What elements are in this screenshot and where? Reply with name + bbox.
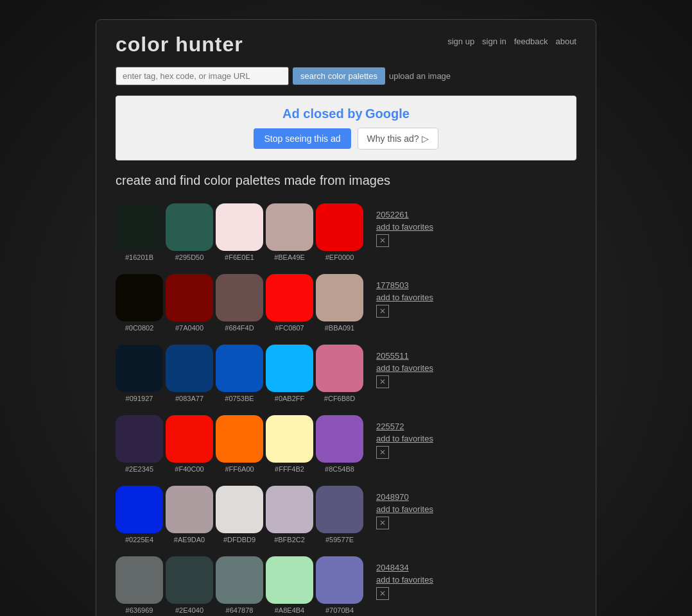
swatch-label: #091927 [126,395,153,402]
palette-row: #2E2345#F40C00#FF6A00#FFF4B2#8C54B822557… [116,415,576,473]
swatch-label: #59577E [325,536,354,543]
palette-image-icon[interactable]: ✕ [376,446,389,459]
swatch-label: #0225E4 [125,536,153,543]
color-swatch[interactable] [216,203,263,251]
color-swatch[interactable] [316,486,363,533]
stop-ad-button[interactable]: Stop seeing this ad [254,128,350,149]
ad-buttons: Stop seeing this ad Why this ad? ▷ [126,128,566,150]
color-swatch[interactable] [166,203,213,251]
swatch-wrap: #CF6B8D [316,345,363,402]
color-swatch[interactable] [166,556,213,604]
palette-id[interactable]: 2048434 [376,563,433,572]
color-swatch[interactable] [216,345,263,392]
swatch-label: #684F4D [225,324,254,332]
swatch-wrap: #0753BE [216,345,263,402]
swatch-label: #BBA091 [325,324,354,332]
ad-banner: Ad closed by Google Stop seeing this ad … [116,96,576,160]
palette-id[interactable]: 2052261 [376,210,433,219]
palette-id[interactable]: 2048970 [376,492,433,502]
color-swatch[interactable] [316,274,363,321]
color-swatch[interactable] [266,274,313,321]
color-swatch[interactable] [166,274,213,321]
color-swatch[interactable] [116,274,163,321]
swatch-wrap: #16201B [116,203,163,261]
palette-swatches: #0225E4#AE9DA0#DFDBD9#BFB2C2#59577E [116,486,363,543]
add-to-favorites-link[interactable]: add to favorites [376,363,433,373]
nav-signup[interactable]: sign up [447,37,474,46]
color-swatch[interactable] [166,415,213,463]
color-swatch[interactable] [266,415,313,463]
add-to-favorites-link[interactable]: add to favorites [376,222,433,232]
swatch-label: #AE9DA0 [174,536,205,543]
color-swatch[interactable] [166,486,213,533]
color-swatch[interactable] [116,486,163,533]
swatch-wrap: #091927 [116,345,163,402]
swatch-label: #8C54B8 [325,465,354,473]
swatch-wrap: #2E2345 [116,415,163,473]
swatch-label: #BFB2C2 [274,536,305,543]
why-ad-button[interactable]: Why this ad? ▷ [358,128,438,150]
swatch-wrap: #FFF4B2 [266,415,313,473]
nav-about[interactable]: about [555,37,576,46]
color-swatch[interactable] [216,556,263,604]
swatch-wrap: #A8E4B4 [266,556,313,614]
palette-meta: 2048434add to favorites✕ [376,556,433,600]
color-swatch[interactable] [116,556,163,604]
swatch-wrap: #FF6A00 [216,415,263,473]
swatch-label: #F6E0E1 [225,253,254,261]
swatch-wrap: #7070B4 [316,556,363,614]
palette-swatches: #0C0802#7A0400#684F4D#FC0807#BBA091 [116,274,363,332]
palette-id[interactable]: 225572 [376,422,433,431]
add-to-favorites-link[interactable]: add to favorites [376,434,433,443]
nav-signin[interactable]: sign in [482,37,506,46]
palette-image-icon[interactable]: ✕ [376,234,389,247]
swatch-label: #0753BE [225,395,254,402]
swatch-wrap: #0225E4 [116,486,163,543]
palette-image-icon[interactable]: ✕ [376,587,389,600]
swatch-label: #FC0807 [275,324,304,332]
palette-image-icon[interactable]: ✕ [376,305,389,318]
color-swatch[interactable] [116,345,163,392]
search-button[interactable]: search color palettes [293,67,385,85]
search-input[interactable] [116,67,289,85]
swatch-wrap: #EF0000 [316,203,363,261]
upload-link[interactable]: upload an image [389,71,451,81]
swatch-label: #7070B4 [325,606,354,614]
color-swatch[interactable] [316,345,363,392]
add-to-favorites-link[interactable]: add to favorites [376,575,433,585]
color-swatch[interactable] [266,203,313,251]
color-swatch[interactable] [216,274,263,321]
swatch-label: #295D50 [175,253,204,261]
color-swatch[interactable] [216,486,263,533]
swatch-label: #2E4040 [175,606,203,614]
swatch-wrap: #083A77 [166,345,213,402]
color-swatch[interactable] [266,556,313,604]
palette-id[interactable]: 2055511 [376,351,433,361]
color-swatch[interactable] [216,415,263,463]
color-swatch[interactable] [116,203,163,251]
swatch-label: #EF0000 [325,253,354,261]
swatch-wrap: #59577E [316,486,363,543]
color-swatch[interactable] [316,415,363,463]
swatch-label: #083A77 [175,395,203,402]
palette-meta: 2055511add to favorites✕ [376,345,433,388]
color-swatch[interactable] [116,415,163,463]
palette-row: #091927#083A77#0753BE#0AB2FF#CF6B8D20555… [116,345,576,402]
why-ad-label: Why this ad? [367,133,419,144]
palette-image-icon[interactable]: ✕ [376,375,389,388]
why-ad-icon: ▷ [422,133,429,144]
nav-feedback[interactable]: feedback [514,37,548,46]
swatch-label: #7A0400 [175,324,203,332]
add-to-favorites-link[interactable]: add to favorites [376,504,433,514]
palette-image-icon[interactable]: ✕ [376,517,389,529]
swatch-wrap: #684F4D [216,274,263,332]
color-swatch[interactable] [266,486,313,533]
swatch-label: #BEA49E [274,253,305,261]
add-to-favorites-link[interactable]: add to favorites [376,293,433,302]
page-headline: create and find color palettes made from… [116,173,576,188]
color-swatch[interactable] [166,345,213,392]
color-swatch[interactable] [316,556,363,604]
palette-id[interactable]: 1778503 [376,280,433,290]
color-swatch[interactable] [316,203,363,251]
color-swatch[interactable] [266,345,313,392]
